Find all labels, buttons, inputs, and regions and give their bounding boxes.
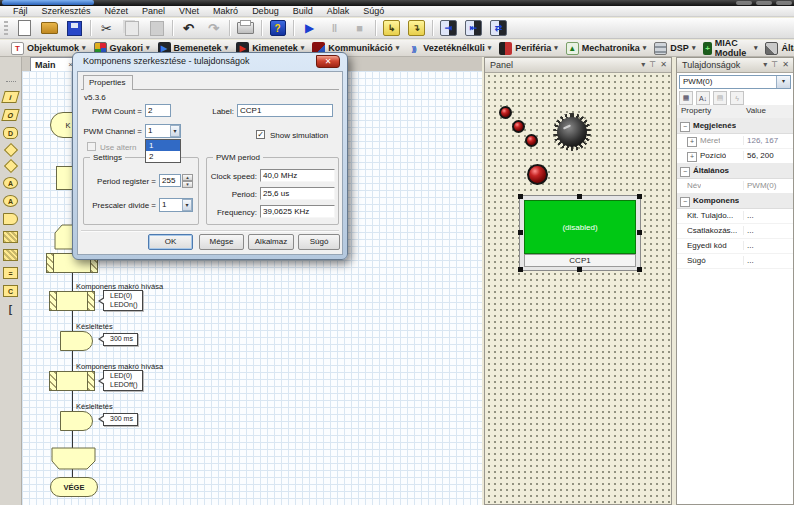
copy-button[interactable] bbox=[120, 19, 143, 37]
dropdown-option-selected[interactable]: 1 bbox=[146, 140, 180, 151]
macro-call-icon[interactable] bbox=[3, 249, 18, 261]
tab-main[interactable]: Main × bbox=[30, 57, 78, 71]
property-row[interactable]: Egyedi kód ... bbox=[677, 238, 793, 254]
calc-box-icon[interactable]: = bbox=[3, 267, 18, 279]
selection-handle[interactable] bbox=[637, 194, 642, 199]
selection-handle[interactable] bbox=[518, 194, 523, 199]
comment-icon[interactable]: [ bbox=[3, 303, 18, 315]
components-peripheral-button[interactable]: Periféria ▾ bbox=[496, 41, 563, 56]
component-macro-icon[interactable] bbox=[3, 231, 18, 243]
pwm-count-field[interactable]: 2 bbox=[145, 104, 171, 117]
expand-icon[interactable]: + bbox=[687, 137, 697, 147]
collapse-icon[interactable]: − bbox=[680, 167, 690, 177]
property-pages-icon[interactable]: ▤ bbox=[713, 91, 727, 105]
cancel-button[interactable]: Mégse bbox=[199, 234, 244, 250]
macro-step-in-button[interactable]: ⇥ bbox=[437, 19, 460, 37]
flow-loop-end-shape[interactable] bbox=[51, 447, 96, 470]
open-button[interactable] bbox=[38, 19, 61, 37]
flow-macro-block[interactable] bbox=[49, 371, 95, 391]
tab-properties[interactable]: Properties bbox=[83, 75, 133, 90]
properties-menu-icon[interactable]: ▾ bbox=[763, 60, 767, 69]
components-wireless-button[interactable]: ))) Vezetéknélküli ▾ bbox=[404, 41, 496, 56]
chevron-down-icon[interactable]: ▾ bbox=[776, 76, 790, 88]
chevron-down-icon[interactable]: ▾ bbox=[182, 199, 192, 211]
property-group-row[interactable]: −Komponens bbox=[677, 193, 793, 209]
property-value[interactable]: ... bbox=[743, 211, 793, 220]
calculation-icon[interactable]: A bbox=[3, 177, 18, 189]
led-large[interactable] bbox=[527, 164, 548, 185]
spinner-up-icon[interactable]: ▴ bbox=[182, 174, 193, 181]
panel-menu-icon[interactable]: ▾ bbox=[641, 60, 645, 69]
menu-nezet[interactable]: Nézet bbox=[98, 6, 136, 17]
paste-button[interactable] bbox=[145, 19, 168, 37]
property-row[interactable]: +Méret 126, 167 bbox=[677, 133, 793, 149]
property-row[interactable]: Súgó ... bbox=[677, 253, 793, 269]
stop-button[interactable]: ■ bbox=[348, 19, 371, 37]
redo-button[interactable]: ↷ bbox=[202, 19, 225, 37]
menu-fajl[interactable]: Fájl bbox=[6, 6, 35, 17]
panel-close-icon[interactable]: ✕ bbox=[660, 60, 667, 69]
flash-icon[interactable]: ϟ bbox=[730, 91, 744, 105]
led-small-2[interactable] bbox=[512, 120, 525, 133]
panel-pin-icon[interactable]: ⊤ bbox=[649, 60, 656, 69]
selection-handle[interactable] bbox=[637, 230, 642, 235]
collapse-icon[interactable]: − bbox=[680, 122, 690, 132]
expand-icon[interactable]: + bbox=[687, 152, 697, 162]
categorize-icon[interactable]: ▦ bbox=[679, 91, 693, 105]
save-button[interactable] bbox=[63, 19, 86, 37]
property-value[interactable]: ... bbox=[743, 241, 793, 250]
dropdown-option[interactable]: 2 bbox=[146, 151, 180, 162]
menu-ablak[interactable]: Ablak bbox=[320, 6, 357, 17]
properties-pin-icon[interactable]: ⊤ bbox=[771, 60, 778, 69]
apply-button[interactable]: Alkalmaz bbox=[248, 234, 294, 250]
help-button[interactable]: ? bbox=[266, 19, 289, 37]
macro-icon[interactable]: A bbox=[3, 195, 18, 207]
component-selector[interactable]: PWM(0) ▾ bbox=[679, 75, 791, 89]
step-over-button[interactable]: ↴ bbox=[405, 19, 428, 37]
menu-sugo[interactable]: Súgó bbox=[356, 6, 391, 17]
label-field[interactable]: CCP1 bbox=[237, 104, 333, 117]
property-row[interactable]: +Pozíció 56, 200 bbox=[677, 148, 793, 164]
minimize-button[interactable] bbox=[736, 1, 752, 5]
property-value[interactable]: 56, 200 bbox=[743, 151, 793, 160]
chevron-down-icon[interactable]: ▾ bbox=[170, 125, 180, 137]
flow-delay-shape[interactable] bbox=[60, 331, 93, 351]
code-icon[interactable]: C bbox=[3, 285, 18, 297]
ok-button[interactable]: OK bbox=[148, 234, 193, 250]
collapse-icon[interactable]: − bbox=[680, 197, 690, 207]
led-small-3[interactable] bbox=[525, 134, 538, 147]
components-mechatronics-button[interactable]: ▲ Mechatronika ▾ bbox=[563, 41, 652, 56]
new-button[interactable] bbox=[13, 19, 36, 37]
print-button[interactable] bbox=[234, 19, 257, 37]
decision-icon[interactable] bbox=[3, 143, 17, 157]
flow-delay-shape[interactable] bbox=[60, 411, 93, 431]
components-dsp-button[interactable]: DSP ▾ bbox=[651, 41, 700, 56]
selection-handle[interactable] bbox=[518, 267, 523, 272]
panel-canvas[interactable]: (disabled) CCP1 bbox=[486, 73, 670, 503]
connection-point-icon[interactable] bbox=[3, 213, 18, 225]
selection-handle[interactable] bbox=[577, 194, 582, 199]
led-small-1[interactable] bbox=[499, 106, 512, 119]
sort-az-icon[interactable]: A↓ bbox=[696, 91, 710, 105]
macro-step-out-button[interactable]: ⇤ bbox=[462, 19, 485, 37]
menu-vnet[interactable]: VNet bbox=[172, 6, 206, 17]
property-group-row[interactable]: −Általános bbox=[677, 163, 793, 179]
maximize-button[interactable] bbox=[756, 1, 772, 5]
property-value[interactable]: 126, 167 bbox=[743, 136, 793, 145]
delay-icon[interactable]: D bbox=[3, 127, 18, 139]
use-alternate-checkbox[interactable] bbox=[87, 142, 96, 151]
flow-end-shape[interactable]: VÉGE bbox=[50, 477, 98, 497]
menu-debug[interactable]: Debug bbox=[245, 6, 286, 17]
property-value[interactable]: ... bbox=[743, 256, 793, 265]
property-group-row[interactable]: −Megjelenés bbox=[677, 118, 793, 134]
menu-makro[interactable]: Makró bbox=[206, 6, 245, 17]
property-row[interactable]: Kit. Tulajdo... ... bbox=[677, 208, 793, 224]
toolbar-grip[interactable] bbox=[4, 21, 8, 36]
properties-close-icon[interactable]: ✕ bbox=[782, 60, 789, 69]
flow-macro-block[interactable] bbox=[49, 291, 95, 311]
output-icon[interactable]: O bbox=[1, 109, 19, 121]
components-general-button[interactable]: Általános ▾ bbox=[762, 41, 794, 56]
period-register-field[interactable]: 255 bbox=[159, 174, 181, 187]
input-icon[interactable]: I bbox=[1, 91, 19, 103]
selection-handle[interactable] bbox=[577, 267, 582, 272]
